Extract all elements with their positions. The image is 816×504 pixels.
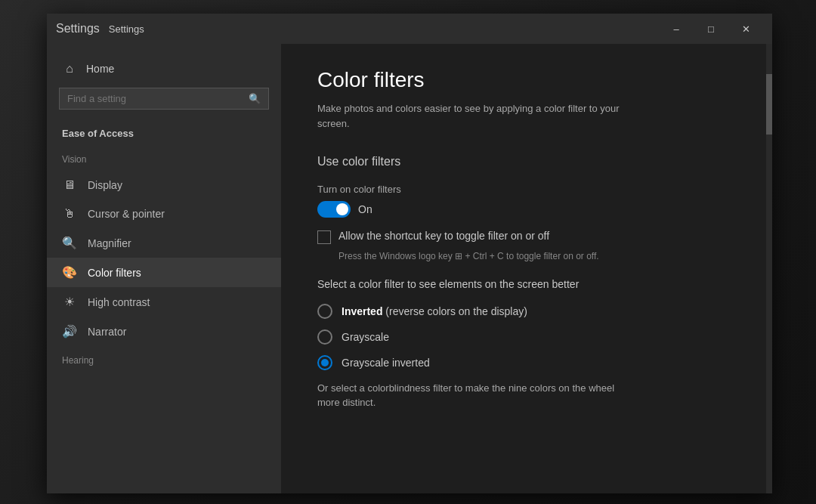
radio-circle-grayscale — [317, 329, 332, 345]
shortcut-checkbox-label: Allow the shortcut key to toggle filter … — [338, 230, 549, 242]
narrator-icon: 🔊 — [62, 324, 77, 339]
vision-category: Vision — [47, 151, 281, 171]
toggle-on-label: Turn on color filters — [317, 184, 736, 195]
sidebar-section-title: Ease of Access — [47, 122, 281, 142]
section-use-label: Use color filters — [317, 155, 736, 169]
page-title: Color filters — [317, 68, 736, 92]
sidebar-home[interactable]: ⌂ Home — [47, 56, 281, 82]
colorblind-label: Or select a colorblindness filter to mak… — [317, 381, 635, 410]
sidebar-item-narrator-label: Narrator — [88, 326, 126, 338]
search-input[interactable] — [67, 93, 243, 104]
close-button[interactable]: ✕ — [728, 17, 763, 41]
toggle-switch[interactable]: On — [317, 201, 372, 218]
cursor-icon: 🖱 — [62, 207, 77, 221]
minimize-button[interactable]: – — [659, 17, 694, 41]
sidebar-item-narrator[interactable]: 🔊 Narrator — [47, 317, 281, 346]
sidebar-item-display-label: Display — [88, 179, 122, 191]
radio-label-grayscale: Grayscale — [342, 331, 389, 343]
toggle-row: On — [317, 201, 736, 218]
toggle-track — [317, 201, 351, 218]
radio-inverted[interactable]: Inverted (reverse colors on the display) — [317, 304, 736, 319]
sidebar-item-color-filters[interactable]: 🎨 Color filters — [47, 258, 281, 287]
maximize-button[interactable]: □ — [694, 17, 728, 41]
main-content: ⌂ Home 🔍 Ease of Access Vision 🖥 Display… — [47, 44, 772, 493]
scrollbar-thumb[interactable] — [766, 74, 772, 135]
right-panel: Color filters Make photos and colors eas… — [281, 44, 772, 493]
sidebar-home-label: Home — [86, 63, 114, 75]
sidebar-item-high-contrast[interactable]: ☀ High contrast — [47, 287, 281, 317]
radio-grayscale-inverted[interactable]: Grayscale inverted — [317, 355, 736, 370]
window-controls: – □ ✕ — [659, 17, 763, 41]
sidebar-item-cursor-label: Cursor & pointer — [88, 208, 165, 220]
scrollbar-track — [766, 44, 772, 493]
shortcut-hint: Press the Windows logo key ⊞ + Ctrl + C … — [338, 250, 736, 263]
radio-inner-grayscale-inverted — [321, 359, 329, 366]
back-button[interactable]: Settings — [56, 22, 100, 36]
radio-label-inverted: Inverted (reverse colors on the display) — [342, 305, 527, 317]
hearing-category: Hearing — [47, 346, 281, 369]
search-icon: 🔍 — [249, 93, 261, 104]
radio-circle-grayscale-inverted — [317, 355, 332, 370]
high-contrast-icon: ☀ — [62, 295, 77, 309]
shortcut-checkbox[interactable] — [317, 230, 331, 244]
radio-label-grayscale-inverted: Grayscale inverted — [342, 357, 430, 369]
shortcut-checkbox-row: Allow the shortcut key to toggle filter … — [317, 230, 736, 244]
search-box[interactable]: 🔍 — [59, 88, 269, 110]
sidebar: ⌂ Home 🔍 Ease of Access Vision 🖥 Display… — [47, 44, 281, 493]
toggle-text: On — [358, 203, 372, 215]
home-icon: ⌂ — [62, 62, 77, 76]
page-description: Make photos and colors easier to see by … — [317, 101, 635, 131]
sidebar-item-color-filters-label: Color filters — [88, 267, 141, 279]
sidebar-item-high-contrast-label: High contrast — [88, 296, 150, 308]
radio-circle-inverted — [317, 304, 332, 319]
window-title: Settings — [109, 23, 659, 35]
color-filters-icon: 🎨 — [62, 265, 77, 280]
sidebar-item-display[interactable]: 🖥 Display — [47, 171, 281, 199]
display-icon: 🖥 — [62, 178, 77, 192]
title-bar: Settings Settings – □ ✕ — [47, 14, 772, 44]
magnifier-icon: 🔍 — [62, 236, 77, 250]
toggle-thumb — [336, 203, 348, 215]
settings-window: Settings Settings – □ ✕ ⌂ Home 🔍 Ease of… — [47, 14, 772, 493]
filter-select-label: Select a color filter to see elements on… — [317, 278, 736, 290]
radio-grayscale[interactable]: Grayscale — [317, 329, 736, 345]
sidebar-item-magnifier-label: Magnifier — [88, 237, 131, 249]
sidebar-item-magnifier[interactable]: 🔍 Magnifier — [47, 228, 281, 258]
sidebar-item-cursor[interactable]: 🖱 Cursor & pointer — [47, 199, 281, 228]
